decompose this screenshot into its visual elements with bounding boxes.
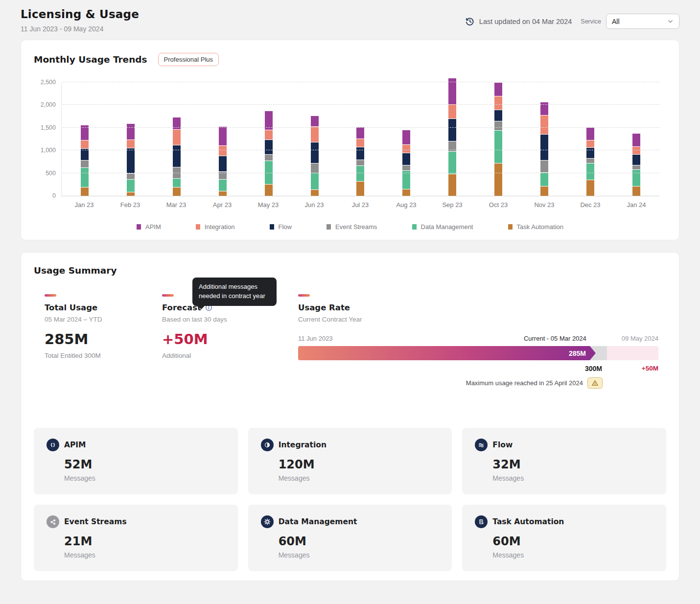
- legend-item-apim[interactable]: APIM: [137, 223, 161, 231]
- bar-segment-apim[interactable]: [127, 124, 135, 139]
- stacked-bar-jun-23[interactable]: [311, 116, 319, 196]
- stacked-bar-sep-23[interactable]: [448, 78, 456, 196]
- bar-segment-integration[interactable]: [127, 140, 135, 148]
- total-usage-value: 285M: [45, 331, 162, 348]
- bar-segment-data-management[interactable]: [81, 168, 89, 187]
- bar-segment-data-management[interactable]: [494, 131, 502, 163]
- current-usage-fill[interactable]: 285M: [298, 346, 596, 360]
- bar-segment-apim[interactable]: [402, 130, 410, 144]
- bar-segment-task-automation[interactable]: [356, 182, 364, 196]
- bar-segment-task-automation[interactable]: [127, 192, 135, 196]
- bar-segment-apim[interactable]: [356, 127, 364, 139]
- bar-segment-integration[interactable]: [311, 127, 319, 142]
- bar-segment-integration[interactable]: [265, 130, 273, 139]
- stacked-bar-jan-23[interactable]: [81, 125, 89, 196]
- bar-segment-flow[interactable]: [402, 153, 410, 165]
- stacked-bar-chart: 05001,0001,5002,0002,500: [61, 83, 659, 196]
- bar-segment-data-management[interactable]: [173, 179, 181, 187]
- bar-segment-integration[interactable]: [632, 147, 640, 154]
- service-select[interactable]: All: [606, 14, 679, 29]
- stat-unit: Messages: [64, 474, 225, 482]
- bar-segment-apim[interactable]: [494, 83, 502, 96]
- bar-segment-data-management[interactable]: [448, 152, 456, 174]
- bar-segment-flow[interactable]: [219, 156, 227, 171]
- stacked-bar-dec-23[interactable]: [586, 128, 594, 196]
- bar-segment-task-automation[interactable]: [81, 187, 89, 196]
- stacked-bar-aug-23[interactable]: [402, 130, 410, 196]
- bar-segment-integration[interactable]: [219, 146, 227, 156]
- warning-icon[interactable]: [587, 377, 603, 389]
- legend-item-integration[interactable]: Integration: [196, 223, 234, 231]
- bar-segment-task-automation[interactable]: [219, 191, 227, 196]
- bar-segment-flow[interactable]: [81, 149, 89, 160]
- legend-item-task-automation[interactable]: Task Automation: [508, 223, 563, 231]
- stacked-bar-mar-23[interactable]: [173, 117, 181, 196]
- stat-name: Data Management: [279, 517, 357, 526]
- header-left: Licensing & Usage 11 Jun 2023 - 09 May 2…: [21, 8, 139, 33]
- bar-segment-data-management[interactable]: [586, 163, 594, 179]
- bar-segment-integration[interactable]: [540, 116, 548, 134]
- legend-swatch: [196, 224, 200, 230]
- stacked-bar-may-23[interactable]: [265, 111, 273, 196]
- bar-segment-apim[interactable]: [311, 116, 319, 126]
- bar-segment-event-streams[interactable]: [402, 165, 410, 170]
- bar-segment-data-management[interactable]: [402, 171, 410, 189]
- stacked-bar-oct-23[interactable]: [494, 83, 502, 196]
- bar-segment-event-streams[interactable]: [356, 160, 364, 165]
- bar-segment-integration[interactable]: [494, 96, 502, 110]
- service-stats-grid: APIM 52M Messages Integration 120M Mes: [34, 428, 666, 571]
- bar-segment-task-automation[interactable]: [540, 186, 548, 196]
- bar-segment-integration[interactable]: [173, 130, 181, 145]
- bar-segment-apim[interactable]: [586, 128, 594, 140]
- bar-segment-task-automation[interactable]: [173, 187, 181, 196]
- bar-segment-integration[interactable]: [402, 145, 410, 153]
- bar-segment-data-management[interactable]: [311, 173, 319, 189]
- bar-segment-flow[interactable]: [540, 135, 548, 160]
- bar-segment-task-automation[interactable]: [402, 189, 410, 196]
- bar-segment-task-automation[interactable]: [265, 185, 273, 196]
- bar-segment-apim[interactable]: [632, 134, 640, 146]
- bar-segment-task-automation[interactable]: [311, 190, 319, 196]
- bar-segment-data-management[interactable]: [356, 166, 364, 182]
- bar-segment-flow[interactable]: [494, 110, 502, 120]
- bar-segment-flow[interactable]: [173, 145, 181, 167]
- bar-segment-integration[interactable]: [448, 105, 456, 118]
- bar-segment-flow[interactable]: [127, 148, 135, 173]
- bar-segment-task-automation[interactable]: [494, 163, 502, 196]
- bar-segment-apim[interactable]: [219, 127, 227, 145]
- legend-item-data-management[interactable]: Data Management: [412, 223, 473, 231]
- legend-item-event-streams[interactable]: Event Streams: [327, 223, 377, 231]
- bar-segment-flow[interactable]: [632, 155, 640, 164]
- bar-segment-flow[interactable]: [311, 142, 319, 163]
- bar-segment-event-streams[interactable]: [632, 165, 640, 169]
- bar-segment-event-streams[interactable]: [311, 163, 319, 173]
- bar-segment-flow[interactable]: [265, 140, 273, 155]
- bar-segment-flow[interactable]: [448, 119, 456, 141]
- bar-segment-integration[interactable]: [586, 140, 594, 147]
- bar-segment-integration[interactable]: [81, 140, 89, 149]
- stacked-bar-jul-23[interactable]: [356, 127, 364, 196]
- bar-segment-apim[interactable]: [448, 78, 456, 104]
- bar-segment-data-management[interactable]: [219, 180, 227, 191]
- stacked-bar-jan-24[interactable]: [632, 134, 640, 196]
- bar-segment-event-streams[interactable]: [494, 121, 502, 131]
- stacked-bar-feb-23[interactable]: [127, 124, 135, 196]
- stacked-bar-nov-23[interactable]: [540, 102, 548, 196]
- bar-segment-task-automation[interactable]: [448, 174, 456, 196]
- bar-segment-integration[interactable]: [356, 139, 364, 147]
- bar-segment-event-streams[interactable]: [540, 161, 548, 172]
- stacked-bar-apr-23[interactable]: [219, 127, 227, 196]
- bar-segment-task-automation[interactable]: [632, 186, 640, 196]
- bar-segment-event-streams[interactable]: [586, 159, 594, 163]
- legend-item-flow[interactable]: Flow: [270, 223, 292, 231]
- bar-segment-event-streams[interactable]: [81, 161, 89, 167]
- current-usage-value: 285M: [569, 349, 596, 357]
- bar-slot: [246, 83, 292, 196]
- bar-segment-data-management[interactable]: [127, 180, 135, 191]
- service-filter: Service All: [581, 14, 679, 29]
- bar-segment-flow[interactable]: [356, 147, 364, 160]
- bar-segment-data-management[interactable]: [540, 173, 548, 186]
- bar-segment-event-streams[interactable]: [127, 174, 135, 179]
- bar-segment-task-automation[interactable]: [586, 180, 594, 196]
- bar-segment-event-streams[interactable]: [265, 155, 273, 161]
